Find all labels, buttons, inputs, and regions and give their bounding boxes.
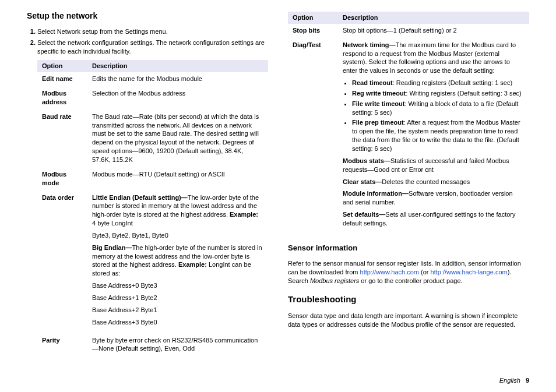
page: Setup the network Select Network setup f… [0, 0, 556, 392]
sensor-italic: Modbus registers [310, 277, 359, 284]
options-table-right: Option Description Stop bits Stop bit op… [288, 12, 529, 235]
bullet-t: : Writing registers (Default setting: 3 … [406, 90, 521, 97]
little-endian-label: Little Endian (Default setting)— [92, 194, 188, 201]
big-line-3: Base Address+3 Byte0 [92, 318, 263, 327]
table-header-row: Option Description [37, 60, 268, 72]
list-item: File write timeout: Writing a block of d… [352, 100, 525, 117]
bullet-b: Read timeout [352, 79, 393, 86]
th-option: Option [288, 12, 338, 24]
sensor-text-b: (or [419, 269, 431, 276]
clear-stats-text: Deletes the counted messages [382, 178, 470, 185]
table-row: Diag/Test Network timing—The maximum tim… [288, 38, 529, 235]
clear-stats-label: Clear stats— [343, 178, 382, 185]
network-timing-label: Network timing— [343, 41, 395, 48]
list-item: Reg write timeout: Writing registers (De… [352, 89, 525, 98]
table-row: Baud rate The Baud rate—Rate (bits per s… [37, 110, 268, 168]
opt-edit-name: Edit name [37, 72, 87, 87]
desc-parity: Byte by byte error check on RS232/RS485 … [87, 334, 268, 357]
link-hach-lange[interactable]: http://www.hach-lange.com [431, 269, 508, 276]
step-2: Select the network configuration setting… [37, 38, 268, 56]
table-row: Stop bits Stop bit options—1 (Default se… [288, 24, 529, 38]
set-defaults-label: Set defaults— [343, 211, 385, 218]
bullet-b: Reg write timeout [352, 90, 406, 97]
footer-language: English [499, 377, 520, 384]
step-1: Select Network setup from the Settings m… [37, 27, 268, 36]
heading-troubleshooting: Troubleshooting [288, 294, 529, 305]
modbus-stats-label: Modbus stats— [343, 157, 390, 164]
bullet-b: File prep timeout [352, 119, 404, 126]
table-header-row: Option Description [288, 12, 529, 24]
desc-modbus-mode: Modbus mode—RTU (Default setting) or ASC… [87, 168, 268, 191]
columns: Setup the network Select Network setup f… [27, 10, 529, 374]
little-ex-intro: 4 byte LongInt [92, 220, 133, 227]
opt-data-order: Data order [37, 191, 87, 334]
table-row: Data order Little Endian (Default settin… [37, 191, 268, 334]
page-footer: English 9 [27, 374, 529, 385]
opt-baud-rate: Baud rate [37, 110, 87, 168]
bullet-t: : Reading registers (Default setting: 1 … [393, 79, 512, 86]
right-column: Option Description Stop bits Stop bit op… [288, 10, 529, 374]
big-line-1: Base Address+1 Byte2 [92, 294, 263, 302]
bullet-b: File write timeout [352, 100, 404, 107]
table-row: Modbus mode Modbus mode—RTU (Default set… [37, 168, 268, 191]
table-row: Modbus address Selection of the Modbus a… [37, 87, 268, 110]
desc-diag-test: Network timing—The maximum time for the … [338, 38, 529, 235]
big-line-0: Base Address+0 Byte3 [92, 281, 263, 290]
sensor-paragraph: Refer to the sensor manual for sensor re… [288, 259, 529, 285]
table-row: Parity Byte by byte error check on RS232… [37, 334, 268, 357]
link-hach[interactable]: http://www.hach.com [360, 269, 420, 276]
big-line-2: Base Address+2 Byte1 [92, 306, 263, 315]
th-description: Description [87, 60, 268, 72]
list-item: Read timeout: Reading registers (Default… [352, 79, 525, 87]
setup-steps: Select Network setup from the Settings m… [27, 27, 268, 56]
th-option: Option [37, 60, 87, 72]
th-description: Description [338, 12, 529, 24]
sensor-text-d: or go to the controller product page. [359, 277, 462, 284]
desc-modbus-address: Selection of the Modbus address [87, 87, 268, 110]
diag-bullets: Read timeout: Reading registers (Default… [343, 79, 525, 153]
big-endian-label: Big Endian— [92, 244, 132, 251]
left-column: Setup the network Select Network setup f… [27, 10, 268, 374]
opt-modbus-address: Modbus address [37, 87, 87, 110]
opt-diag-test: Diag/Test [288, 38, 338, 235]
example-label: Example: [230, 211, 258, 218]
desc-stop-bits: Stop bit options—1 (Default setting) or … [338, 24, 529, 38]
troubleshooting-paragraph: Sensor data type and data length are imp… [288, 312, 529, 329]
opt-modbus-mode: Modbus mode [37, 168, 87, 191]
table-row: Edit name Edits the name for the Modbus … [37, 72, 268, 87]
desc-data-order: Little Endian (Default setting)—The low-… [87, 191, 268, 334]
footer-page-number: 9 [526, 377, 529, 384]
heading-sensor-information: Sensor information [288, 243, 529, 253]
desc-baud-rate: The Baud rate—Rate (bits per second) at … [87, 110, 268, 168]
example-label-2: Example: [178, 261, 207, 268]
list-item: File prep timeout: After a request from … [352, 118, 525, 153]
desc-edit-name: Edits the name for the Modbus module [87, 72, 268, 87]
options-table-left: Option Description Edit name Edits the n… [37, 60, 268, 356]
heading-setup-network: Setup the network [27, 10, 268, 22]
module-info-label: Module information— [343, 190, 409, 197]
opt-parity: Parity [37, 334, 87, 357]
opt-stop-bits: Stop bits [288, 24, 338, 38]
little-ex-line: Byte3, Byte2, Byte1, Byte0 [92, 231, 263, 240]
